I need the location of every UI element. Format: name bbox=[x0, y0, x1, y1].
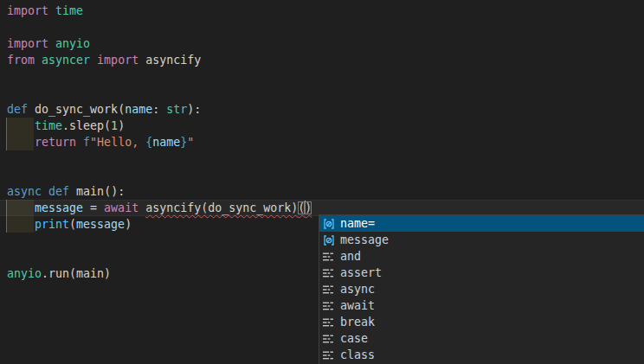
code-token: anyio bbox=[7, 267, 42, 280]
suggestion-label: class bbox=[340, 348, 375, 361]
code-token: message bbox=[35, 201, 83, 214]
code-token bbox=[76, 136, 83, 149]
code-line-5[interactable] bbox=[0, 68, 644, 85]
code-token: def bbox=[7, 103, 28, 116]
suggestion-label: message bbox=[340, 233, 389, 246]
code-line-2[interactable] bbox=[0, 19, 644, 35]
suggestion-item-break[interactable]: break bbox=[319, 314, 644, 330]
code-token: asyncer bbox=[42, 54, 90, 67]
suggestion-label: case bbox=[340, 332, 368, 345]
keyword-icon bbox=[322, 283, 336, 297]
code-token bbox=[69, 185, 76, 198]
code-token bbox=[138, 201, 145, 214]
suggestion-item-case[interactable]: case bbox=[319, 330, 644, 347]
keyword-icon bbox=[322, 348, 336, 362]
code-token bbox=[90, 54, 97, 67]
code-token: print bbox=[35, 218, 69, 231]
suggestion-item-class[interactable]: class bbox=[319, 347, 644, 363]
code-line-1[interactable]: import time bbox=[0, 3, 644, 19]
code-token: name bbox=[125, 103, 152, 116]
suggestion-label: name= bbox=[340, 217, 375, 230]
code-token: " bbox=[187, 136, 194, 149]
suggestion-item-message[interactable]: message bbox=[319, 232, 644, 248]
code-line-7[interactable]: def do_sync_work(name: str): bbox=[0, 101, 644, 118]
code-token: await bbox=[104, 201, 138, 214]
code-token: str bbox=[166, 103, 187, 116]
keyword-icon bbox=[322, 266, 336, 280]
code-token: def bbox=[48, 185, 69, 198]
code-token: time bbox=[35, 119, 62, 132]
code-token: ) bbox=[125, 218, 132, 231]
code-token: { bbox=[145, 136, 152, 149]
code-token: ( bbox=[69, 218, 76, 231]
code-token bbox=[48, 37, 55, 50]
code-token: "Hello, bbox=[90, 136, 145, 149]
code-token bbox=[42, 185, 48, 198]
code-token: anyio bbox=[55, 37, 90, 50]
code-token bbox=[35, 54, 42, 67]
code-line-11[interactable] bbox=[0, 167, 644, 183]
indent-guide-highlight bbox=[6, 134, 34, 150]
suggestion-label: and bbox=[340, 250, 361, 263]
code-token bbox=[138, 54, 145, 67]
code-token: : bbox=[152, 103, 166, 116]
suggestion-item-assert[interactable]: assert bbox=[319, 265, 644, 281]
code-token: from bbox=[7, 54, 35, 67]
code-line-12[interactable]: async def main(): bbox=[0, 183, 644, 200]
suggestion-item-name[interactable]: name= bbox=[319, 215, 644, 232]
parameter-icon bbox=[322, 217, 336, 231]
suggestion-item-await[interactable]: await bbox=[319, 297, 644, 314]
code-token: time bbox=[55, 4, 83, 17]
keyword-icon bbox=[322, 316, 336, 329]
code-line-6[interactable] bbox=[0, 85, 644, 101]
code-token: import bbox=[7, 37, 48, 50]
code-token: ): bbox=[187, 103, 201, 116]
suggestion-label: async bbox=[340, 283, 375, 296]
code-token: asyncify bbox=[145, 54, 201, 67]
code-token: asyncify(do_sync_work) bbox=[145, 201, 298, 214]
code-token: = bbox=[83, 201, 104, 214]
bracket-match: ) bbox=[305, 201, 312, 214]
code-line-3[interactable]: import anyio bbox=[0, 35, 644, 52]
code-line-8[interactable]: time.sleep(1) bbox=[0, 118, 644, 134]
code-token: (): bbox=[104, 185, 125, 198]
suggestion-item-async[interactable]: async bbox=[319, 281, 644, 297]
code-token: .sleep( bbox=[62, 119, 111, 132]
parameter-icon bbox=[322, 233, 336, 247]
code-token: 1 bbox=[111, 119, 118, 132]
code-token: async bbox=[7, 185, 42, 198]
code-token bbox=[48, 4, 55, 17]
suggestion-label: await bbox=[340, 299, 375, 312]
code-line-4[interactable]: from asyncer import asyncify bbox=[0, 52, 644, 68]
code-token: message bbox=[76, 218, 125, 231]
code-token bbox=[28, 103, 35, 116]
code-token: return bbox=[35, 136, 76, 149]
keyword-icon bbox=[322, 332, 336, 346]
keyword-icon bbox=[322, 299, 336, 313]
suggestion-item-and[interactable]: and bbox=[319, 248, 644, 265]
code-token: ) bbox=[118, 119, 125, 132]
code-token: import bbox=[97, 54, 138, 67]
code-token: ( bbox=[118, 103, 125, 116]
suggestion-label: assert bbox=[340, 266, 382, 279]
indent-guide-highlight bbox=[6, 216, 34, 233]
code-token: name bbox=[152, 136, 180, 149]
code-token: do_sync_work bbox=[35, 103, 118, 116]
indent-guide-highlight bbox=[6, 200, 34, 216]
code-line-10[interactable] bbox=[0, 150, 644, 167]
code-line-9[interactable]: return f"Hello, {name}" bbox=[0, 134, 644, 150]
code-token: .run(main) bbox=[42, 267, 111, 280]
code-token: f bbox=[83, 136, 90, 149]
autocomplete-popup: name=messageandassertasyncawaitbreakcase… bbox=[319, 214, 644, 364]
indent-guide-highlight bbox=[6, 118, 34, 134]
suggestion-label: break bbox=[340, 316, 375, 329]
code-token: import bbox=[7, 4, 48, 17]
code-token: main bbox=[76, 185, 104, 198]
error-squiggle: asyncify(do_sync_work)() bbox=[145, 201, 312, 214]
keyword-icon bbox=[322, 250, 336, 264]
